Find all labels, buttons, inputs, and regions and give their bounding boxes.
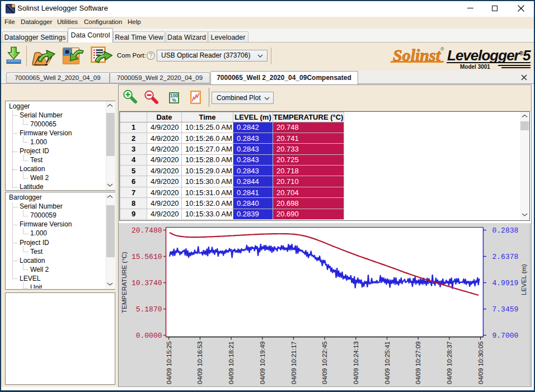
svg-text:LEVEL (m): LEVEL (m) <box>520 264 527 295</box>
svg-text:7.3459: 7.3459 <box>492 305 519 314</box>
svg-text:?: ? <box>149 53 153 59</box>
svg-text:2.6378: 2.6378 <box>492 253 519 261</box>
svg-text:04/09 10:28:37: 04/09 10:28:37 <box>446 341 453 384</box>
svg-text:9.7000: 9.7000 <box>492 332 519 340</box>
svg-text:20.7480: 20.7480 <box>132 226 162 235</box>
svg-text:%: % <box>172 97 176 103</box>
svg-text:04/09 10:30:05: 04/09 10:30:05 <box>477 341 484 384</box>
svg-text:04/09 10:19:49: 04/09 10:19:49 <box>259 341 266 384</box>
svg-text:TEMPERATURE (°C): TEMPERATURE (°C) <box>121 252 128 313</box>
svg-text:04/09 10:24:13: 04/09 10:24:13 <box>353 341 359 384</box>
svg-text:0.2838: 0.2838 <box>492 226 519 235</box>
svg-text:15.5610: 15.5610 <box>132 253 162 261</box>
svg-text:04/09 10:18:21: 04/09 10:18:21 <box>228 341 234 384</box>
svg-text:04/09 10:22:45: 04/09 10:22:45 <box>321 341 328 384</box>
svg-text:10.3740: 10.3740 <box>132 279 162 287</box>
svg-text:04/09 10:21:17: 04/09 10:21:17 <box>290 341 297 384</box>
svg-text:04/09 10:16:53: 04/09 10:16:53 <box>196 341 203 384</box>
svg-text:4.9919: 4.9919 <box>492 279 519 287</box>
svg-text:04/09 10:25:41: 04/09 10:25:41 <box>384 341 391 384</box>
svg-text:0.0000: 0.0000 <box>136 332 162 340</box>
svg-text:5.1870: 5.1870 <box>136 305 162 314</box>
svg-text:04/09 10:27:09: 04/09 10:27:09 <box>415 341 421 384</box>
svg-text:04/09 10:15:25: 04/09 10:15:25 <box>166 341 172 384</box>
